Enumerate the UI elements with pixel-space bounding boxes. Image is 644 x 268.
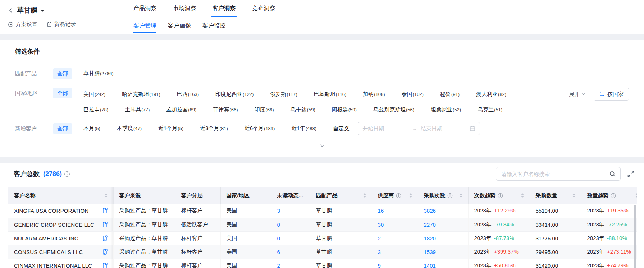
info-icon[interactable] xyxy=(64,171,70,177)
tab-competitor-insight[interactable]: 竞企洞察 xyxy=(252,0,275,17)
sort-icon[interactable] xyxy=(361,193,366,198)
product-switcher[interactable]: 草甘膦 xyxy=(8,4,125,17)
trend-year-label: 2023年 xyxy=(587,207,604,213)
country-philippines[interactable]: 菲律宾(66) xyxy=(213,104,238,115)
unread-count-link[interactable]: 6 xyxy=(277,249,280,255)
contact-phone-icon[interactable] xyxy=(102,263,108,268)
custom-date-link[interactable]: 自定义 xyxy=(333,123,349,134)
period-last-6-months[interactable]: 近6个月(189) xyxy=(245,123,275,134)
country-tanzania[interactable]: 坦桑尼亚(52) xyxy=(431,104,461,115)
unread-count-link[interactable]: 0 xyxy=(277,222,280,228)
col-header-purchase-qty[interactable]: 采购数量 xyxy=(530,187,581,204)
purchase-count-link[interactable]: 2270 xyxy=(424,222,436,228)
contact-phone-icon[interactable] xyxy=(102,235,108,241)
period-this-month[interactable]: 本月(5) xyxy=(83,123,100,134)
suppliers-count-link[interactable]: 9 xyxy=(378,263,381,268)
country-uganda[interactable]: 乌干达(59) xyxy=(291,104,315,115)
subtab-customer-management[interactable]: 客户管理 xyxy=(133,17,156,34)
country-all-chip[interactable]: 全部 xyxy=(53,88,72,98)
date-range-picker[interactable]: → xyxy=(358,122,480,135)
subtab-customer-profile[interactable]: 客户画像 xyxy=(168,17,191,34)
customer-search-input[interactable] xyxy=(501,171,609,177)
purchase-count-link[interactable]: 1401 xyxy=(424,263,436,268)
purchase-count-link[interactable]: 1820 xyxy=(424,235,436,241)
period-last-1-year[interactable]: 近1年(488) xyxy=(291,123,316,134)
expand-countries-link[interactable]: 展开 xyxy=(569,89,586,100)
unread-count-link[interactable]: 2 xyxy=(277,263,280,268)
fullscreen-expand-icon[interactable] xyxy=(627,170,635,178)
country-bangladesh[interactable]: 孟加拉国(69) xyxy=(166,104,196,115)
info-icon[interactable] xyxy=(498,193,503,198)
country-argentina[interactable]: 阿根廷(59) xyxy=(332,104,357,115)
country-thailand-label: 泰国 xyxy=(402,91,412,97)
cell-matched-product: 草甘膦 xyxy=(310,245,372,259)
sort-icon[interactable] xyxy=(102,193,108,198)
contact-phone-icon[interactable] xyxy=(102,208,108,214)
subtab-customer-monitor[interactable]: 客户监控 xyxy=(202,17,225,34)
col-header-suppliers[interactable]: 供应商 xyxy=(372,187,418,204)
country-thailand[interactable]: 泰国(102) xyxy=(402,89,424,100)
country-australia[interactable]: 澳大利亚(82) xyxy=(476,89,506,100)
col-label-unread-updates: 未读动态... xyxy=(277,192,303,199)
country-pakistan[interactable]: 巴基斯坦(116) xyxy=(314,89,346,100)
col-header-count-trend[interactable]: 次数趋势 xyxy=(468,187,530,204)
suppliers-count-link[interactable]: 30 xyxy=(378,222,384,228)
country-paraguay[interactable]: 巴拉圭(78) xyxy=(83,104,108,115)
info-icon[interactable] xyxy=(396,193,401,198)
menu-item-trade-records[interactable]: 贸易记录 xyxy=(47,21,76,28)
search-icon[interactable] xyxy=(609,171,616,177)
country-turkey[interactable]: 土耳其(77) xyxy=(125,104,150,115)
tab-product-insight[interactable]: 产品洞察 xyxy=(133,0,156,17)
purchase-count-link[interactable]: 3826 xyxy=(424,208,436,214)
period-this-quarter[interactable]: 本季度(47) xyxy=(117,123,142,134)
contact-phone-icon[interactable] xyxy=(102,249,108,255)
product-glyphosate[interactable]: 草甘膦(2786) xyxy=(83,68,114,79)
unread-count-link[interactable]: 0 xyxy=(277,235,280,241)
period-last-1-month[interactable]: 近1个月(5) xyxy=(158,123,183,134)
country-peru[interactable]: 秘鲁(91) xyxy=(440,89,460,100)
col-header-customer-name[interactable]: 客户名称 xyxy=(8,187,113,204)
matched-product-all-chip[interactable]: 全部 xyxy=(53,68,72,79)
scheme-icon xyxy=(8,22,14,27)
purchase-count-link[interactable]: 1539 xyxy=(424,249,436,255)
country-kazakhstan[interactable]: 哈萨克斯坦(191) xyxy=(122,89,160,100)
suppliers-count-link[interactable]: 16 xyxy=(378,208,384,214)
country-indonesia[interactable]: 印度尼西亚(122) xyxy=(215,89,254,100)
suppliers-count-link[interactable]: 2 xyxy=(378,235,381,241)
tab-customer-insight[interactable]: 客户洞察 xyxy=(213,0,236,17)
end-date-input[interactable] xyxy=(421,125,467,131)
back-icon[interactable] xyxy=(8,8,14,13)
unread-count-link[interactable]: 3 xyxy=(277,208,280,214)
group-by-country-button[interactable]: 按国家 xyxy=(594,88,629,101)
sort-icon[interactable] xyxy=(407,193,412,198)
country-ghana[interactable]: 加纳(108) xyxy=(363,89,385,100)
suppliers-count-link[interactable]: 3 xyxy=(378,249,381,255)
period-last-3-months[interactable]: 近3个月(81) xyxy=(200,123,228,134)
sort-icon[interactable] xyxy=(519,193,524,198)
new-customer-all-chip[interactable]: 全部 xyxy=(53,123,72,134)
col-header-purchase-count[interactable]: 采购次数 xyxy=(418,187,468,204)
sort-icon[interactable] xyxy=(457,193,462,198)
menu-item-scheme-settings[interactable]: 方案设置 xyxy=(8,21,37,28)
cell-customer-tier: 标杆客户 xyxy=(175,231,220,245)
vertical-scrollbar[interactable] xyxy=(634,205,636,268)
tab-market-insight[interactable]: 市场洞察 xyxy=(173,0,196,17)
filter-label-new-customer: 新增客户 xyxy=(15,123,53,134)
info-icon[interactable] xyxy=(447,193,453,198)
start-date-input[interactable] xyxy=(362,125,408,131)
cell-qty-trend: 2023年-88.10% xyxy=(581,231,637,245)
sort-icon[interactable] xyxy=(633,193,637,198)
sort-icon[interactable] xyxy=(570,193,575,198)
country-brazil[interactable]: 巴西(163) xyxy=(177,89,199,100)
info-icon[interactable] xyxy=(611,193,616,198)
customer-name-cell: CONSUS CHEMICALS LLC xyxy=(14,249,108,255)
col-header-matched-product[interactable]: 匹配产品 xyxy=(310,187,372,204)
country-india[interactable]: 印度(66) xyxy=(255,104,274,115)
col-header-qty-trend[interactable]: 数量趋势 xyxy=(581,187,637,204)
country-usa[interactable]: 美国(242) xyxy=(83,89,105,100)
country-uzbekistan[interactable]: 乌兹别克斯坦(56) xyxy=(373,104,414,115)
country-russia[interactable]: 俄罗斯(117) xyxy=(270,89,297,100)
collapse-filters-chevron-icon[interactable] xyxy=(312,142,332,150)
contact-phone-icon[interactable] xyxy=(102,222,108,228)
country-ukraine[interactable]: 乌克兰(51) xyxy=(478,104,502,115)
